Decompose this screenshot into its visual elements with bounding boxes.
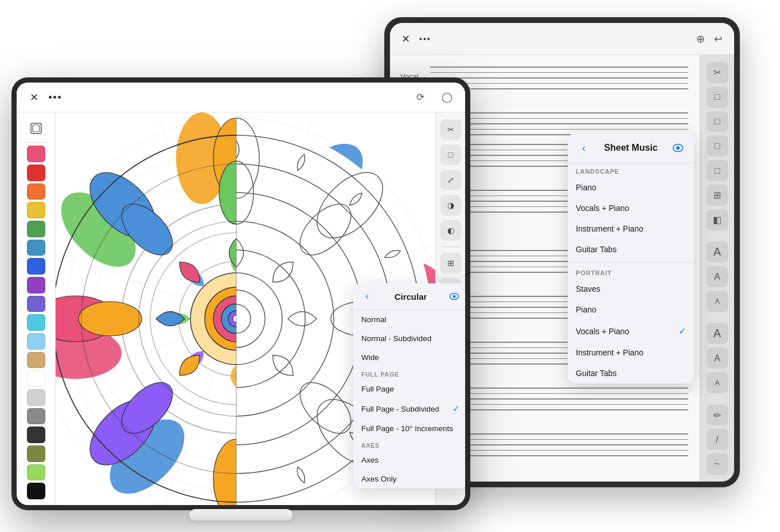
color-swatch-purple[interactable] — [27, 277, 45, 294]
color-swatch-teal[interactable] — [27, 240, 45, 256]
panel-item-staves[interactable]: Staves — [568, 279, 694, 299]
color-swatch-tan[interactable] — [27, 352, 45, 369]
back-tool-5[interactable]: ⊞ — [707, 185, 728, 206]
panel-item-guitar-tabs-portrait[interactable]: Guitar Tabs — [568, 363, 694, 384]
back-tool-9[interactable]: A — [707, 291, 728, 312]
apple-pencil — [189, 509, 292, 521]
color-swatch-pink[interactable] — [27, 146, 45, 162]
panel-item-piano-landscape[interactable]: Piano — [568, 177, 694, 198]
color-swatch-black[interactable] — [27, 483, 45, 499]
svg-point-1 — [676, 146, 680, 150]
svg-point-85 — [453, 295, 456, 298]
front-icon-1[interactable]: ⟳ — [411, 88, 430, 107]
color-swatch-olive[interactable] — [27, 445, 45, 462]
panel-item-guitar-tabs-landscape[interactable]: Guitar Tabs — [568, 239, 694, 260]
color-swatch-blue[interactable] — [27, 258, 45, 275]
back-sync-icon[interactable]: ⊕ — [696, 33, 705, 45]
back-tool-pen[interactable]: / — [707, 429, 728, 450]
cpanel-item-full-page[interactable]: Full Page — [353, 380, 465, 398]
front-topbar: ✕ ⟳ ◯ — [17, 83, 465, 112]
cpanel-item-wide[interactable]: Wide — [353, 348, 465, 367]
color-swatch-light-gray[interactable] — [27, 389, 45, 406]
circular-panel-header: ‹ Circular — [353, 283, 465, 310]
back-tool-cut[interactable]: ✂ — [707, 62, 728, 83]
panel-title: Sheet Music — [592, 143, 670, 153]
color-swatch-orange[interactable] — [27, 183, 45, 200]
panel-item-instrument-piano-portrait[interactable]: Instrument + Piano — [568, 342, 694, 363]
back-tool-brush[interactable]: ✏ — [707, 405, 728, 426]
circular-panel-title: Circular — [374, 292, 447, 302]
back-tool-wave[interactable]: ~ — [707, 453, 728, 475]
color-swatch-red[interactable] — [27, 165, 45, 181]
color-swatch-yellow[interactable] — [27, 202, 45, 218]
back-tool-10[interactable]: A — [707, 323, 728, 344]
back-tool-1[interactable]: □ — [707, 87, 728, 108]
cpanel-check-icon: ✓ — [453, 404, 460, 414]
left-palette — [17, 112, 56, 505]
color-swatch-light-blue[interactable] — [27, 333, 45, 350]
color-swatch-violet[interactable] — [27, 296, 45, 312]
color-swatch-gray[interactable] — [27, 408, 45, 425]
color-swatch-green[interactable] — [27, 221, 45, 237]
panel-header: ‹ Sheet Music — [568, 133, 694, 163]
back-tool-4[interactable]: □ — [707, 160, 728, 181]
back-tool-6[interactable]: ◧ — [707, 209, 728, 230]
panel-item-instrument-piano-landscape[interactable]: Instrument + Piano — [568, 218, 694, 239]
back-topbar: ✕ ••• ⊕ ↩ — [390, 23, 734, 55]
cpanel-section-fullpage: FULL PAGE — [353, 367, 465, 380]
color-swatch-lt-green[interactable] — [27, 464, 45, 481]
front-dots-button[interactable] — [49, 96, 61, 99]
panel-item-piano-portrait[interactable]: Piano — [568, 299, 694, 320]
svg-point-72 — [79, 302, 142, 336]
back-tool-2[interactable]: □ — [707, 111, 728, 132]
front-tool-transform[interactable]: ⤢ — [440, 170, 461, 190]
panel-section-portrait: PORTRAIT — [568, 265, 694, 279]
panel-back-button[interactable]: ‹ — [576, 140, 592, 156]
back-tool-3[interactable]: □ — [707, 135, 728, 157]
cpanel-section-axes: AXES — [353, 438, 465, 451]
color-swatch-white[interactable] — [27, 370, 45, 387]
front-tool-select[interactable]: □ — [440, 144, 461, 165]
color-swatch-dark[interactable] — [27, 427, 45, 443]
cpanel-item-full-page-10[interactable]: Full Page - 10° Increments — [353, 419, 465, 438]
palette-tool-layers[interactable] — [25, 118, 48, 139]
front-icon-2[interactable]: ◯ — [438, 88, 456, 107]
back-right-toolbar: ✂ □ □ □ □ ⊞ ◧ A A A A A A ✏ / ~ — [700, 55, 734, 482]
color-swatch-sky[interactable] — [27, 314, 45, 331]
panel-section-landscape: LANDSCAPE — [568, 163, 694, 177]
panel-item-vocals-piano-portrait[interactable]: Vocals + Piano ✓ — [568, 320, 694, 342]
front-close-button[interactable]: ✕ — [26, 89, 42, 105]
back-tool-7[interactable]: A — [707, 241, 728, 263]
front-tool-smudge[interactable]: ◐ — [440, 220, 461, 241]
circular-panel-back-button[interactable]: ‹ — [360, 290, 374, 303]
panel-item-vocals-piano-landscape[interactable]: Vocals + Piano — [568, 198, 694, 218]
ipad-front: ✕ ⟳ ◯ — [11, 77, 470, 510]
back-tool-12[interactable]: A — [707, 372, 728, 393]
cpanel-item-full-page-subdivided[interactable]: Full Page - Subdivided ✓ — [353, 398, 465, 419]
cpanel-item-normal-subdivided[interactable]: Normal - Subdivided — [353, 329, 465, 348]
check-icon-vocals-piano: ✓ — [678, 326, 686, 337]
cpanel-item-axes[interactable]: Axes — [353, 451, 465, 470]
sheet-music-panel: ‹ Sheet Music LANDSCAPE Piano — [568, 133, 694, 384]
back-close-icon[interactable]: ✕ — [401, 33, 410, 45]
back-tool-11[interactable]: A — [707, 347, 728, 369]
front-tool-cut[interactable]: ✂ — [440, 119, 461, 140]
svg-rect-3 — [33, 125, 40, 132]
cpanel-item-axes-only[interactable]: Axes Only — [353, 470, 465, 488]
circular-panel: ‹ Circular Normal Normal - Subdivided — [353, 283, 465, 488]
panel-eye-button[interactable] — [670, 140, 686, 156]
back-undo-icon[interactable]: ↩ — [714, 33, 723, 45]
back-tool-8[interactable]: A — [707, 266, 728, 287]
front-tool-adjust[interactable]: ◑ — [440, 195, 461, 216]
circular-panel-eye-button[interactable] — [447, 290, 461, 303]
front-tool-grid[interactable]: ⊞ — [440, 253, 461, 273]
cpanel-item-normal[interactable]: Normal — [353, 310, 465, 329]
back-dots-icon[interactable]: ••• — [419, 34, 431, 44]
